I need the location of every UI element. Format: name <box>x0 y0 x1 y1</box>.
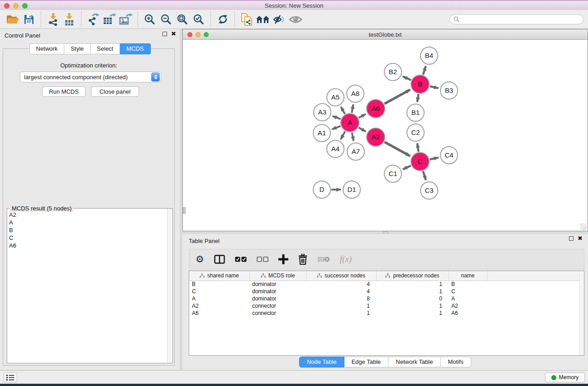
close-window-button[interactable] <box>4 3 10 9</box>
float-table-panel-icon[interactable] <box>569 236 574 241</box>
graph-node-B[interactable]: B <box>411 75 429 93</box>
graph-node-A6[interactable]: A6 <box>367 100 385 118</box>
zoom-fit-icon[interactable] <box>174 12 191 27</box>
search-box[interactable] <box>449 14 583 24</box>
close-panel-button[interactable]: Close panel <box>91 86 139 97</box>
table-row[interactable]: Adominator80A <box>189 295 584 302</box>
graph-node-B1[interactable]: B1 <box>407 104 424 121</box>
graph-node-D[interactable]: D <box>313 181 330 198</box>
graph-edge-C-C2[interactable] <box>417 143 419 152</box>
export-table-icon[interactable] <box>101 12 118 27</box>
gear-icon[interactable]: ⚙ <box>196 253 204 266</box>
network-close-button[interactable] <box>187 32 192 37</box>
graph-edge-A-A5[interactable] <box>341 107 345 114</box>
tab-motifs[interactable]: Motifs <box>440 357 471 367</box>
graph-edge-B-B1[interactable] <box>417 94 419 102</box>
tab-network[interactable]: Network <box>29 43 64 54</box>
graph-node-B4[interactable]: B4 <box>421 47 438 64</box>
tab-mcds[interactable]: MCDS <box>120 43 150 54</box>
column-header-mcds-role[interactable]: MCDS role <box>249 271 306 281</box>
new-network-from-selection-icon[interactable] <box>239 12 255 27</box>
zoom-out-icon[interactable] <box>158 12 174 27</box>
column-header-shared-name[interactable]: shared name <box>189 271 249 281</box>
mcds-result-list[interactable]: A2ABCA6 <box>7 211 167 363</box>
table-row[interactable]: Cdominator41C <box>189 288 584 295</box>
graph-edge-B-B3[interactable] <box>430 86 438 88</box>
minimize-window-button[interactable] <box>13 3 19 9</box>
run-mcds-button[interactable]: Run MCDS <box>42 86 86 97</box>
network-zoom-button[interactable] <box>204 32 209 37</box>
graph-node-C4[interactable]: C4 <box>440 147 458 164</box>
network-canvas[interactable]: B4B2BB3A5A8A6A3B1AA1C2A2A4A7C4CC1C3DD1 <box>183 40 588 231</box>
add-icon[interactable] <box>278 253 288 266</box>
graph-node-A2[interactable]: A2 <box>367 128 385 146</box>
result-item[interactable]: A <box>7 219 167 226</box>
zoom-window-button[interactable] <box>22 3 28 9</box>
memory-button[interactable]: Memory <box>545 372 585 382</box>
graph-edge-A-A7[interactable] <box>352 133 354 141</box>
tab-node-table[interactable]: Node Table <box>299 357 344 367</box>
export-image-icon[interactable] <box>118 12 134 27</box>
graph-edge-A-A8[interactable] <box>352 105 354 113</box>
graph-edge-C-C4[interactable] <box>430 157 438 159</box>
table-row[interactable]: A2connector11A2 <box>189 302 584 310</box>
graph-node-C2[interactable]: C2 <box>407 124 424 141</box>
graph-edge-C-C3[interactable] <box>423 171 426 180</box>
graph-node-D1[interactable]: D1 <box>343 181 360 198</box>
graph-node-C[interactable]: C <box>411 152 429 171</box>
zoom-in-icon[interactable] <box>142 12 158 27</box>
network-minimize-button[interactable] <box>196 32 201 37</box>
graph-edge-A2-C[interactable] <box>384 142 410 156</box>
graph-edge-A-A6[interactable] <box>359 114 366 118</box>
export-network-icon[interactable] <box>85 12 101 27</box>
graph-edge-B-B2[interactable] <box>403 76 411 80</box>
graph-node-B3[interactable]: B3 <box>440 82 458 99</box>
function-builder-icon[interactable]: f(x) <box>340 253 352 266</box>
network-window-titlebar[interactable]: testGlobe.txt <box>183 29 588 40</box>
open-file-icon[interactable] <box>5 12 21 27</box>
zoom-selected-icon[interactable] <box>191 12 207 27</box>
criterion-dropdown[interactable]: largest connected component (directed) <box>20 71 161 82</box>
result-item[interactable]: C <box>7 234 167 242</box>
import-table-icon[interactable] <box>61 12 77 27</box>
tab-network-table[interactable]: Network Table <box>388 357 440 367</box>
delete-icon[interactable] <box>298 253 307 266</box>
column-header-successor-nodes[interactable]: successor nodes <box>306 271 376 281</box>
task-history-button[interactable] <box>4 372 17 382</box>
tab-style[interactable]: Style <box>64 43 91 54</box>
graph-node-A8[interactable]: A8 <box>347 85 364 102</box>
graph-node-A5[interactable]: A5 <box>327 89 344 106</box>
first-neighbors-icon[interactable] <box>255 12 271 27</box>
graph-edge-A-A2[interactable] <box>359 128 366 132</box>
graph-node-A[interactable]: A <box>341 114 359 132</box>
hide-selected-icon[interactable] <box>271 12 287 27</box>
graph-node-A3[interactable]: A3 <box>314 104 331 121</box>
column-icon[interactable] <box>214 253 225 266</box>
graph-edge-B-B4[interactable] <box>423 66 426 75</box>
save-session-icon[interactable] <box>21 12 37 27</box>
close-table-panel-icon[interactable]: ✖ <box>578 236 583 241</box>
graph-node-A4[interactable]: A4 <box>327 140 344 157</box>
deselect-all-icon[interactable] <box>257 253 268 266</box>
graph-node-C3[interactable]: C3 <box>421 182 438 199</box>
close-panel-icon[interactable]: ✖ <box>171 32 176 36</box>
graph-edge-A6-B[interactable] <box>384 90 410 104</box>
result-item[interactable]: B <box>7 226 167 234</box>
network-left-scrollbar-thumb[interactable] <box>183 207 186 214</box>
select-all-icon[interactable] <box>235 253 247 266</box>
tab-edge-table[interactable]: Edge Table <box>344 357 388 367</box>
delete-table-icon[interactable] <box>317 253 330 266</box>
column-header-predecessor-nodes[interactable]: predecessor nodes <box>376 271 449 281</box>
table-row[interactable]: Bdominator41B <box>189 281 584 288</box>
search-input[interactable] <box>462 16 579 23</box>
import-network-icon[interactable] <box>45 12 61 27</box>
refresh-icon[interactable] <box>215 12 231 27</box>
show-all-icon[interactable] <box>287 12 304 27</box>
float-panel-icon[interactable] <box>163 32 167 36</box>
network-resize-grip[interactable] <box>580 224 587 230</box>
table-scrollbar[interactable] <box>579 271 584 355</box>
graph-node-A7[interactable]: A7 <box>347 143 364 160</box>
column-header-name[interactable]: name <box>449 271 487 281</box>
table-row[interactable]: A6connector11A6 <box>189 310 584 317</box>
graph-node-C1[interactable]: C1 <box>384 165 402 182</box>
